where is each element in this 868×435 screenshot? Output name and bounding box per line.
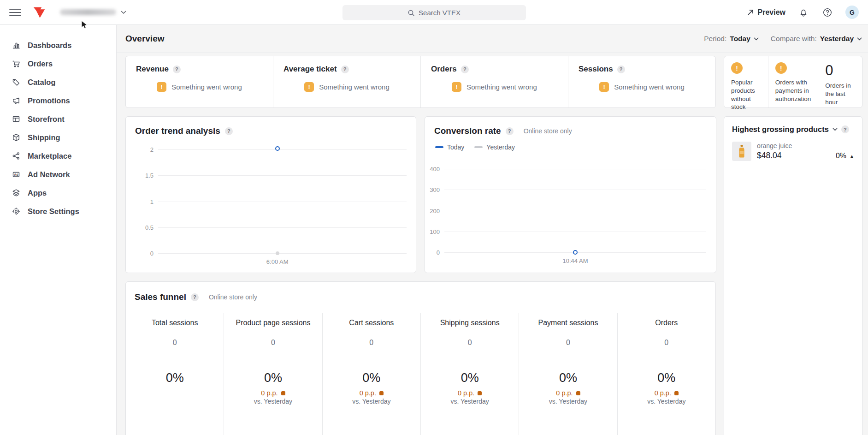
help-icon[interactable]	[841, 125, 849, 133]
external-link-icon	[747, 9, 754, 16]
promotions-megaphone-icon	[12, 96, 21, 105]
kpi-card-average-ticket: Average ticket Something went wrong	[273, 56, 420, 107]
funnel-value: 0	[618, 339, 715, 347]
y-axis-tick: 0	[420, 249, 440, 256]
legend-item-today: Today	[435, 143, 464, 151]
preview-label: Preview	[758, 8, 785, 17]
sidebar-item-storefront[interactable]: Storefront	[0, 110, 116, 128]
funnel-value: 0	[519, 339, 617, 347]
help-icon[interactable]	[191, 293, 199, 301]
help-icon[interactable]	[173, 66, 181, 73]
stat-popular-products-without-stock[interactable]: Popular products without stock	[724, 56, 768, 107]
help-icon[interactable]	[506, 127, 514, 135]
help-icon[interactable]	[617, 66, 625, 73]
sidebar-item-catalog[interactable]: Catalog	[0, 73, 116, 91]
svg-text:Ad: Ad	[14, 173, 18, 176]
top-products-card: Highest grossing products orange juice $…	[724, 116, 862, 435]
account-selector[interactable]	[60, 9, 126, 15]
funnel-rate: 0%	[224, 371, 322, 385]
help-icon[interactable]	[225, 127, 233, 135]
order-trend-plot: 2 1.5 1 0.5 0 6:00 AM	[158, 149, 407, 253]
kpi-card-orders: Orders Something went wrong	[420, 56, 568, 107]
product-row[interactable]: orange juice $48.04 0% ▲	[732, 142, 854, 161]
product-price: $48.04	[757, 151, 830, 161]
compare-with-select[interactable]: Compare with: Yesterday	[771, 35, 862, 43]
legend-item-yesterday: Yesterday	[474, 143, 515, 151]
sidebar-item-label: Storefront	[28, 115, 65, 124]
data-point-today	[275, 146, 280, 151]
error-text: Something went wrong	[614, 83, 685, 91]
warning-icon	[775, 62, 787, 74]
kpi-title: Average ticket	[283, 65, 337, 74]
conversion-plot: 400 300 200 100 0 10:44 AM	[444, 169, 706, 252]
sidebar-item-apps[interactable]: Apps	[0, 184, 116, 202]
search-placeholder: Search VTEX	[419, 9, 461, 17]
marketplace-share-icon	[12, 151, 21, 161]
funnel-label: Payment sessions	[519, 319, 617, 327]
y-axis-tick: 400	[420, 166, 440, 173]
help-button[interactable]	[821, 6, 833, 18]
card-title: Sales funnel	[135, 292, 186, 302]
legend-swatch-yesterday	[474, 146, 483, 148]
funnel-column-shipping-sessions: Shipping sessions 0 0% 0 p.p. vs. Yester…	[420, 313, 519, 435]
search-input[interactable]: Search VTEX	[342, 5, 526, 20]
sidebar-item-shipping[interactable]: Shipping	[0, 128, 116, 147]
stat-label: Orders in the last hour	[825, 82, 855, 106]
chevron-down-icon	[121, 11, 126, 14]
page-title: Overview	[125, 34, 165, 44]
stat-label: Popular products without stock	[731, 78, 761, 111]
pp-marker-icon	[674, 391, 679, 395]
help-circle-icon	[822, 7, 833, 18]
sidebar-item-marketplace[interactable]: Marketplace	[0, 147, 116, 165]
storefront-layout-icon	[12, 114, 21, 124]
chart-legend: Today Yesterday	[425, 136, 716, 151]
sidebar-item-promotions[interactable]: Promotions	[0, 91, 116, 110]
funnel-label: Total sessions	[126, 319, 224, 327]
avatar[interactable]: G	[845, 6, 859, 19]
y-axis-tick: 2	[134, 146, 154, 153]
sidebar-item-label: Shipping	[28, 133, 60, 142]
help-icon[interactable]	[341, 66, 349, 73]
stat-orders-last-hour[interactable]: 0 Orders in the last hour	[818, 56, 862, 107]
dashboards-icon	[12, 41, 21, 50]
kpi-title: Revenue	[136, 65, 169, 74]
y-axis-tick: 1.5	[134, 172, 154, 179]
warning-icon	[304, 82, 314, 92]
sidebar-item-ad-network[interactable]: Ad Ad Network	[0, 165, 116, 184]
error-text: Something went wrong	[466, 83, 537, 91]
funnel-vs-label: vs. Yesterday	[323, 398, 420, 405]
funnel-column-product-page-sessions: Product page sessions 0 0% 0 p.p. vs. Ye…	[224, 313, 322, 435]
sidebar-item-label: Dashboards	[28, 41, 71, 50]
error-text: Something went wrong	[319, 83, 390, 91]
menu-hamburger-icon[interactable]	[9, 6, 21, 18]
compare-label: Compare with:	[771, 35, 817, 43]
sales-funnel-card: Sales funnel Online store only Total ses…	[125, 281, 716, 435]
sidebar-item-store-settings[interactable]: Store Settings	[0, 202, 116, 220]
stat-orders-payments-authorization[interactable]: Orders with payments in authorization	[768, 56, 818, 107]
kpi-title: Sessions	[579, 65, 613, 74]
help-icon[interactable]	[461, 66, 469, 73]
sidebar-item-orders[interactable]: Orders	[0, 54, 116, 73]
y-axis-tick: 1	[134, 198, 154, 205]
sidebar-item-dashboards[interactable]: Dashboards	[0, 36, 116, 54]
search-icon	[407, 9, 415, 17]
warning-icon	[157, 82, 166, 92]
funnel-column-total-sessions: Total sessions 0 0%	[126, 313, 224, 435]
notifications-button[interactable]	[797, 6, 809, 18]
chevron-down-icon[interactable]	[833, 128, 838, 131]
orders-cart-icon	[12, 59, 21, 68]
quick-stats: Popular products without stock Orders wi…	[724, 56, 862, 108]
funnel-column-orders: Orders 0 0% 0 p.p. vs. Yesterday	[617, 313, 715, 435]
product-thumbnail	[732, 142, 751, 161]
preview-button[interactable]: Preview	[747, 8, 785, 17]
funnel-rate: 0%	[618, 371, 715, 385]
x-axis-tick: 6:00 AM	[266, 258, 289, 265]
period-select[interactable]: Period: Today	[704, 35, 759, 43]
y-axis-tick: 100	[420, 228, 440, 235]
chevron-down-icon	[857, 37, 862, 41]
ad-network-icon: Ad	[12, 170, 21, 179]
funnel-value: 0	[323, 339, 420, 347]
store-settings-gear-icon	[12, 207, 21, 216]
chart-title: Conversion rate	[434, 126, 501, 136]
bell-icon	[798, 7, 809, 18]
